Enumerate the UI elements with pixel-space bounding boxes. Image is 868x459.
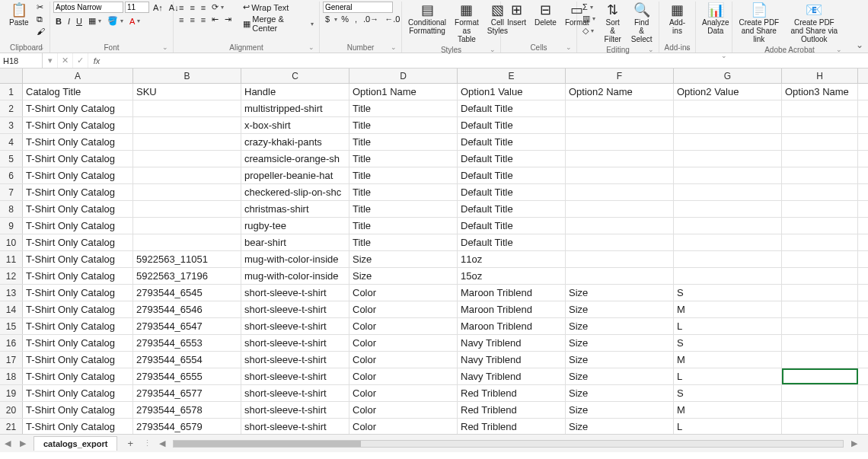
cell-E10[interactable]: Default Title xyxy=(458,234,566,250)
cell-G14[interactable]: M xyxy=(674,301,782,317)
cell-G10[interactable] xyxy=(674,234,782,250)
cell-E21[interactable]: Red Triblend xyxy=(458,419,566,434)
cell-G8[interactable] xyxy=(674,201,782,217)
cell-F6[interactable] xyxy=(566,167,674,183)
cell-D20[interactable]: Color xyxy=(349,402,458,418)
cell-D15[interactable]: Color xyxy=(349,318,458,334)
row-header-8[interactable]: 8 xyxy=(0,201,23,217)
autosum-button[interactable]: Σ▾ xyxy=(580,2,598,12)
cell-F20[interactable]: Size xyxy=(566,402,674,418)
cell-D10[interactable]: Title xyxy=(349,234,458,250)
cell-E16[interactable]: Navy Triblend xyxy=(458,335,566,351)
copy-button[interactable]: ⧉ xyxy=(34,14,47,25)
cell-D12[interactable]: Size xyxy=(349,268,458,284)
cell-G15[interactable]: L xyxy=(674,318,782,334)
cell-A18[interactable]: T-Shirt Only Catalog xyxy=(23,368,133,384)
cell-D21[interactable]: Color xyxy=(349,419,458,434)
cell-E15[interactable]: Maroon Triblend xyxy=(458,318,566,334)
formula-input[interactable] xyxy=(105,53,868,68)
cell-G21[interactable]: L xyxy=(674,419,782,434)
increase-font-button[interactable]: A↑ xyxy=(151,2,165,13)
cell-F14[interactable]: Size xyxy=(566,301,674,317)
orientation-button[interactable]: ⟳▾ xyxy=(209,2,226,13)
cell-C13[interactable]: short-sleeve-t-shirt xyxy=(241,285,349,301)
cell-C18[interactable]: short-sleeve-t-shirt xyxy=(241,368,349,384)
row-header-4[interactable]: 4 xyxy=(0,134,23,150)
delete-cells-button[interactable]: ⊟Delete xyxy=(531,2,560,28)
cell-A10[interactable]: T-Shirt Only Catalog xyxy=(23,234,133,250)
cell-A5[interactable]: T-Shirt Only Catalog xyxy=(23,151,133,167)
cell-E19[interactable]: Red Triblend xyxy=(458,385,566,401)
row-header-7[interactable]: 7 xyxy=(0,184,23,200)
cell-B17[interactable]: 2793544_6554 xyxy=(133,352,241,368)
cell-A19[interactable]: T-Shirt Only Catalog xyxy=(23,385,133,401)
cell-F3[interactable] xyxy=(566,117,674,133)
column-header-D[interactable]: D xyxy=(349,69,458,83)
cell-D7[interactable]: Title xyxy=(349,184,458,200)
cell-G19[interactable]: S xyxy=(674,385,782,401)
cell-A8[interactable]: T-Shirt Only Catalog xyxy=(23,201,133,217)
row-header-5[interactable]: 5 xyxy=(0,151,23,167)
decrease-indent-button[interactable]: ⇤ xyxy=(209,14,221,25)
cell-G18[interactable]: L xyxy=(674,368,782,384)
cell-C15[interactable]: short-sleeve-t-shirt xyxy=(241,318,349,334)
cell-H4[interactable] xyxy=(782,134,858,150)
row-header-12[interactable]: 12 xyxy=(0,268,23,284)
cell-D1[interactable]: Option1 Name xyxy=(349,84,458,100)
format-painter-button[interactable]: 🖌 xyxy=(34,26,47,37)
cell-C4[interactable]: crazy-khaki-pants xyxy=(241,134,349,150)
cell-C20[interactable]: short-sleeve-t-shirt xyxy=(241,402,349,418)
cell-A21[interactable]: T-Shirt Only Catalog xyxy=(23,419,133,434)
cell-B5[interactable] xyxy=(133,151,241,167)
enter-formula-button[interactable]: ✓ xyxy=(73,53,88,68)
cell-B18[interactable]: 2793544_6555 xyxy=(133,368,241,384)
cell-C8[interactable]: christmas-shirt xyxy=(241,201,349,217)
cell-A20[interactable]: T-Shirt Only Catalog xyxy=(23,402,133,418)
sheet-tab-active[interactable]: catalogs_export xyxy=(34,436,117,451)
cut-button[interactable]: ✂ xyxy=(34,2,47,13)
sort-filter-button[interactable]: ⇅Sort & Filter xyxy=(600,2,625,45)
cell-E12[interactable]: 15oz xyxy=(458,268,566,284)
cell-B13[interactable]: 2793544_6545 xyxy=(133,285,241,301)
cell-B20[interactable]: 2793544_6578 xyxy=(133,402,241,418)
cell-G7[interactable] xyxy=(674,184,782,200)
cell-D6[interactable]: Title xyxy=(349,167,458,183)
paste-button[interactable]: 📋 Paste xyxy=(6,2,32,28)
column-header-G[interactable]: G xyxy=(674,69,782,83)
cell-H13[interactable] xyxy=(782,285,858,301)
cell-D13[interactable]: Color xyxy=(349,285,458,301)
cell-F9[interactable] xyxy=(566,218,674,234)
cell-B2[interactable] xyxy=(133,100,241,116)
row-header-14[interactable]: 14 xyxy=(0,301,23,317)
cell-F21[interactable]: Size xyxy=(566,419,674,434)
cell-A4[interactable]: T-Shirt Only Catalog xyxy=(23,134,133,150)
cell-F10[interactable] xyxy=(566,234,674,250)
row-header-19[interactable]: 19 xyxy=(0,385,23,401)
cell-B19[interactable]: 2793544_6577 xyxy=(133,385,241,401)
cell-C14[interactable]: short-sleeve-t-shirt xyxy=(241,301,349,317)
increase-indent-button[interactable]: ⇥ xyxy=(222,14,234,25)
font-name-combo[interactable] xyxy=(53,2,123,13)
cell-E1[interactable]: Option1 Value xyxy=(458,84,566,100)
italic-button[interactable]: I xyxy=(65,16,72,27)
column-header-H[interactable]: H xyxy=(782,69,858,83)
cell-C21[interactable]: short-sleeve-t-shirt xyxy=(241,419,349,434)
align-middle-button[interactable]: ≡ xyxy=(187,2,196,13)
cell-H19[interactable] xyxy=(782,385,858,401)
cell-D8[interactable]: Title xyxy=(349,201,458,217)
cell-F11[interactable] xyxy=(566,251,674,267)
cell-D19[interactable]: Color xyxy=(349,385,458,401)
cell-B9[interactable] xyxy=(133,218,241,234)
cell-D3[interactable]: Title xyxy=(349,117,458,133)
cancel-formula-button[interactable]: ✕ xyxy=(58,53,73,68)
cell-H10[interactable] xyxy=(782,234,858,250)
align-left-button[interactable]: ≡ xyxy=(177,14,186,25)
currency-button[interactable]: $ xyxy=(323,14,332,24)
cell-E11[interactable]: 11oz xyxy=(458,251,566,267)
cell-C9[interactable]: rugby-tee xyxy=(241,218,349,234)
cell-A2[interactable]: T-Shirt Only Catalog xyxy=(23,100,133,116)
cell-B15[interactable]: 2793544_6547 xyxy=(133,318,241,334)
row-header-11[interactable]: 11 xyxy=(0,251,23,267)
cell-H9[interactable] xyxy=(782,218,858,234)
cell-E18[interactable]: Navy Triblend xyxy=(458,368,566,384)
